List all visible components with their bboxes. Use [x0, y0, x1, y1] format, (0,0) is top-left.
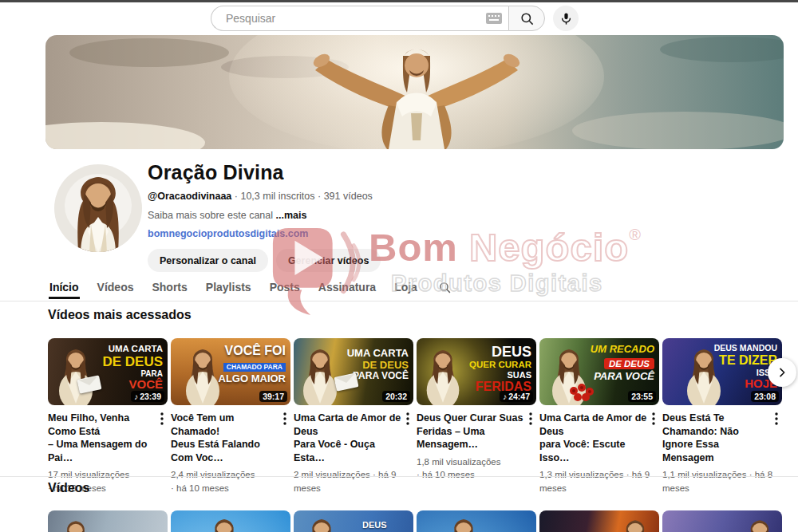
- avatar-art: [54, 164, 142, 252]
- video-thumbnail[interactable]: DEUS QUER CURAR SUAS FERIDAS ♪24:47: [417, 338, 536, 405]
- more-options-icon[interactable]: [648, 412, 659, 464]
- channel-handle: @Oracaodivinaaa: [148, 191, 231, 202]
- tab-assinatura[interactable]: Assinatura: [318, 281, 377, 294]
- carousel-next-button[interactable]: [768, 358, 796, 387]
- jesus-figure-art: [201, 512, 247, 532]
- video-card[interactable]: VOCÊ FOI CHAMADO PARA ALGO MAIOR 39:17 V…: [171, 338, 290, 495]
- channel-link[interactable]: bomnegocioprodutosdigitais.com: [148, 228, 308, 239]
- videos-section-title: Vídeos: [48, 481, 89, 495]
- jesus-figure-art: [298, 512, 345, 532]
- tab-playlists[interactable]: Playlists: [205, 281, 252, 294]
- more-options-icon[interactable]: [279, 412, 290, 464]
- mic-icon: [559, 12, 573, 26]
- chevron-right-icon: [776, 366, 788, 379]
- video-title[interactable]: Uma Carta de Amor de Deuspara Você: Escu…: [539, 412, 648, 464]
- video-thumbnail[interactable]: [48, 510, 168, 532]
- tabs-divider: [0, 301, 798, 301]
- channel-banner: [45, 35, 784, 149]
- featured-section-title: Vídeos mais acessados: [48, 308, 192, 322]
- search-button[interactable]: [508, 6, 545, 31]
- video-thumbnail[interactable]: UM RECADO DE DEUS PARA VOCÊ 23:55: [539, 338, 659, 405]
- video-card[interactable]: DEUS QUER CURAR SUAS FERIDAS ♪24:47 Deus…: [417, 338, 536, 495]
- more-options-icon[interactable]: [525, 412, 536, 451]
- jesus-figure-art: [54, 512, 97, 532]
- watermark-brand-bold: Bom: [369, 226, 458, 269]
- keyboard-icon[interactable]: [486, 13, 502, 24]
- video-meta: 2 mil visualizações · há 9 meses: [294, 468, 413, 495]
- meta-separator: ·: [235, 191, 238, 202]
- duration-badge: ♪24:47: [500, 391, 533, 402]
- channel-avatar[interactable]: [54, 164, 142, 252]
- registered-mark: ®: [629, 226, 641, 243]
- video-meta: 2,4 mil visualizações· há 10 meses: [171, 468, 290, 495]
- jesus-figure-art: [49, 343, 102, 405]
- video-title[interactable]: Meu Filho, Venha Como Está– Uma Mensagem…: [48, 412, 156, 464]
- channel-header: Oração Divina @Oracaodivinaaa · 10,3 mil…: [148, 161, 381, 272]
- mic-button[interactable]: [553, 6, 579, 31]
- subscriber-count: 10,3 mil inscritos: [240, 191, 314, 202]
- jesus-figure-art: [613, 512, 658, 532]
- video-title[interactable]: Deus Está Te Chamando: NãoIgnore Essa Me…: [662, 412, 771, 464]
- jesus-figure-art: [440, 512, 487, 532]
- video-thumbnail[interactable]: VOCÊ FOI CHAMADO PARA ALGO MAIOR 39:17: [171, 338, 290, 405]
- manage-videos-button[interactable]: Gerenciar vídeos: [276, 249, 381, 272]
- video-title[interactable]: Deus Quer Curar SuasFeridas – Uma Mensag…: [417, 412, 525, 451]
- video-title[interactable]: Uma Carta de Amor de DeusPara Você - Ouç…: [294, 412, 402, 464]
- channel-name: Oração Divina: [148, 161, 381, 184]
- masthead: [0, 2, 798, 34]
- banner-art: [45, 35, 784, 149]
- section-divider: [0, 476, 798, 477]
- search-input[interactable]: [224, 11, 486, 26]
- roses-art: [568, 383, 595, 402]
- video-thumbnail[interactable]: [539, 510, 659, 532]
- video-count: 391 vídeos: [324, 191, 373, 202]
- channel-tabs: Início Vídeos Shorts Playlists Posts Ass…: [49, 276, 452, 298]
- video-thumbnail[interactable]: UMA CARTA DE DEUS PARA VOCÊ 20:32: [294, 338, 413, 405]
- jesus-figure-art: [737, 512, 782, 532]
- jesus-figure-art: [420, 343, 466, 405]
- video-thumbnail[interactable]: [662, 510, 782, 532]
- meta-separator: ·: [318, 191, 321, 202]
- music-note-icon: ♪: [134, 392, 138, 401]
- video-thumbnail[interactable]: UMA CARTA DE DEUS PARA VOCÊ ♪23:39: [48, 338, 168, 405]
- duration-badge: 39:17: [259, 391, 287, 402]
- duration-badge: 23:55: [628, 391, 656, 402]
- thumbnail-text: DEUS: [362, 520, 387, 530]
- video-title[interactable]: Você Tem um Chamado!Deus Está Falando Co…: [171, 412, 279, 464]
- channel-meta: @Oracaodivinaaa · 10,3 mil inscritos · 3…: [148, 191, 381, 202]
- featured-videos-row: UMA CARTA DE DEUS PARA VOCÊ ♪23:39 Meu F…: [48, 338, 782, 495]
- video-card[interactable]: UM RECADO DE DEUS PARA VOCÊ 23:55 Uma Ca…: [539, 338, 659, 495]
- tab-videos[interactable]: Vídeos: [97, 281, 135, 294]
- video-thumbnail[interactable]: [171, 510, 290, 532]
- tab-loja[interactable]: Loja: [393, 281, 418, 294]
- tab-search-icon[interactable]: [438, 281, 452, 294]
- more-link[interactable]: ...mais: [276, 210, 307, 221]
- music-note-icon: ♪: [503, 392, 507, 401]
- video-card[interactable]: UMA CARTA DE DEUS PARA VOCÊ ♪23:39 Meu F…: [48, 338, 168, 495]
- video-card[interactable]: UMA CARTA DE DEUS PARA VOCÊ 20:32 Uma Ca…: [294, 338, 413, 495]
- channel-description[interactable]: Saiba mais sobre este canal ...mais: [148, 210, 381, 221]
- tab-shorts[interactable]: Shorts: [151, 281, 188, 294]
- more-options-icon[interactable]: [402, 412, 413, 464]
- watermark-brand-outline: Negócio: [469, 226, 629, 269]
- video-thumbnail[interactable]: [417, 510, 536, 532]
- video-meta: 1,3 mil visualizações · há 9 meses: [539, 468, 659, 495]
- video-meta: 1,8 mil visualizações· há 10 meses: [417, 455, 536, 482]
- search-icon: [519, 11, 535, 26]
- video-thumbnail[interactable]: DEUS MANDOU TE DIZER ISSO HOJE 23:08: [662, 338, 782, 405]
- duration-badge: 23:08: [751, 391, 779, 402]
- more-options-icon[interactable]: [771, 412, 782, 464]
- youtube-channel-page: Oração Divina @Oracaodivinaaa · 10,3 mil…: [0, 0, 798, 532]
- duration-badge: 20:32: [382, 391, 410, 402]
- customize-channel-button[interactable]: Personalizar o canal: [148, 249, 268, 272]
- search-box[interactable]: [211, 6, 508, 31]
- videos-row: DEUS: [48, 510, 782, 532]
- tab-posts[interactable]: Posts: [269, 281, 301, 294]
- video-thumbnail[interactable]: DEUS: [294, 510, 413, 532]
- video-meta: 1,1 mil visualizações · há 8 meses: [662, 468, 782, 495]
- more-options-icon[interactable]: [156, 412, 168, 464]
- tab-inicio[interactable]: Início: [49, 281, 80, 294]
- jesus-figure-art: [295, 343, 345, 405]
- video-card[interactable]: DEUS MANDOU TE DIZER ISSO HOJE 23:08 Deu…: [662, 338, 782, 495]
- duration-badge: ♪23:39: [131, 391, 164, 402]
